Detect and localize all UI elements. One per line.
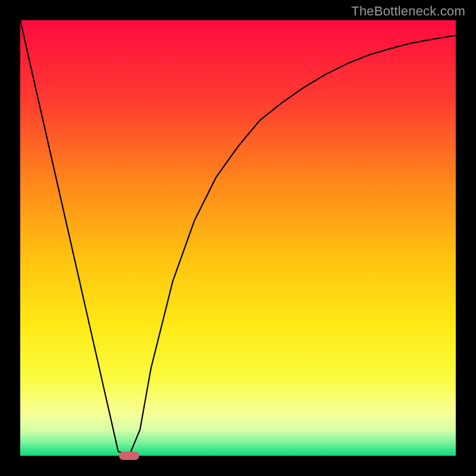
plot-area [20, 20, 456, 456]
chart-frame: TheBottleneck.com [0, 0, 476, 476]
optimal-point-marker [119, 452, 139, 460]
bottleneck-curve [20, 20, 456, 456]
curve-svg [20, 20, 456, 456]
watermark-text: TheBottleneck.com [351, 4, 465, 19]
